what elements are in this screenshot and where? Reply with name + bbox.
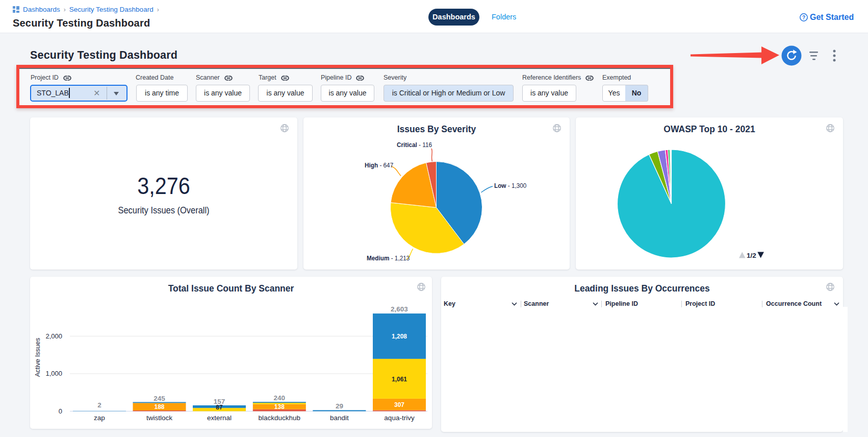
svg-text:1,208: 1,208	[392, 333, 407, 340]
svg-text:245: 245	[154, 395, 165, 402]
svg-text:aqua-trivy: aqua-trivy	[384, 414, 415, 422]
svg-text:157: 157	[214, 398, 225, 405]
svg-text:twistlock: twistlock	[146, 414, 172, 422]
svg-text:?: ?	[802, 15, 805, 20]
svg-text:blackduckhub: blackduckhub	[259, 414, 301, 422]
svg-text:2,000: 2,000	[45, 332, 62, 340]
svg-text:29: 29	[336, 402, 343, 410]
svg-text:bandit: bandit	[330, 414, 349, 422]
svg-text:138: 138	[274, 403, 285, 410]
svg-text:2,603: 2,603	[391, 305, 408, 313]
svg-text:Active Issues: Active Issues	[34, 337, 41, 377]
svg-text:external: external	[207, 414, 232, 422]
svg-text:307: 307	[394, 401, 404, 408]
svg-text:zap: zap	[94, 414, 105, 422]
svg-text:188: 188	[154, 403, 164, 410]
svg-text:2: 2	[97, 401, 101, 409]
svg-text:1,000: 1,000	[45, 370, 62, 377]
svg-text:0: 0	[59, 407, 62, 415]
svg-text:1,061: 1,061	[392, 376, 407, 383]
svg-text:240: 240	[274, 394, 286, 402]
svg-text:1/2: 1/2	[747, 252, 756, 259]
